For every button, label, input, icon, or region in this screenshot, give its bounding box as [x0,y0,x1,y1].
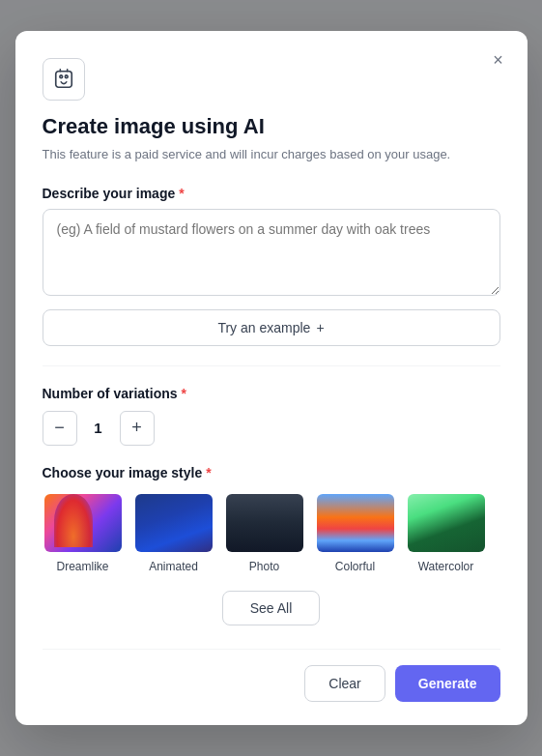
plus-icon: + [131,418,142,438]
required-star: * [179,186,184,201]
style-label-photo: Photo [249,560,279,573]
style-required-star: * [206,465,211,480]
variations-label: Number of variations * [43,386,500,401]
style-image-dreamlike [43,492,124,554]
plus-icon: + [316,320,324,335]
style-item-colorful[interactable]: Colorful [315,492,396,573]
decrement-button[interactable]: − [43,411,77,446]
modal-subtitle: This feature is a paid service and will … [43,145,500,164]
style-item-watercolor[interactable]: Watercolor [406,492,487,573]
clear-button[interactable]: Clear [304,665,385,702]
close-button[interactable]: × [485,46,512,73]
svg-point-1 [59,75,62,78]
try-example-button[interactable]: Try an example + [43,309,500,346]
style-section: Choose your image style * Dreamlike Anim… [43,465,500,625]
describe-label: Describe your image * [43,186,500,201]
style-label-dreamlike: Dreamlike [56,560,108,573]
minus-icon: − [54,418,65,438]
generate-button[interactable]: Generate [395,665,500,702]
style-item-dreamlike[interactable]: Dreamlike [43,492,124,573]
style-label-animated: Animated [149,560,198,573]
variations-required-star: * [182,386,186,401]
style-image-animated [133,492,214,554]
create-image-modal: × Create image using AI This feature is … [15,31,528,725]
style-image-colorful [315,492,396,554]
modal-backdrop: × Create image using AI This feature is … [0,0,542,756]
modal-title: Create image using AI [43,114,500,139]
style-label: Choose your image style * [43,465,500,480]
ai-icon [43,58,85,101]
close-icon: × [493,50,503,71]
variations-value: 1 [89,420,108,436]
try-example-label: Try an example [217,320,310,335]
style-image-watercolor [406,492,487,554]
footer-actions: Clear Generate [43,649,500,702]
style-image-photo [224,492,305,554]
style-item-animated[interactable]: Animated [133,492,214,573]
style-item-photo[interactable]: Photo [224,492,305,573]
svg-point-2 [65,75,68,78]
divider-1 [43,365,500,366]
style-label-colorful: Colorful [335,560,375,573]
describe-textarea[interactable] [43,209,500,296]
see-all-button[interactable]: See All [222,591,321,625]
style-label-watercolor: Watercolor [418,560,474,573]
variations-stepper: − 1 + [43,411,500,446]
increment-button[interactable]: + [120,411,155,446]
svg-rect-0 [55,72,71,88]
style-grid: Dreamlike Animated Photo [43,492,500,573]
